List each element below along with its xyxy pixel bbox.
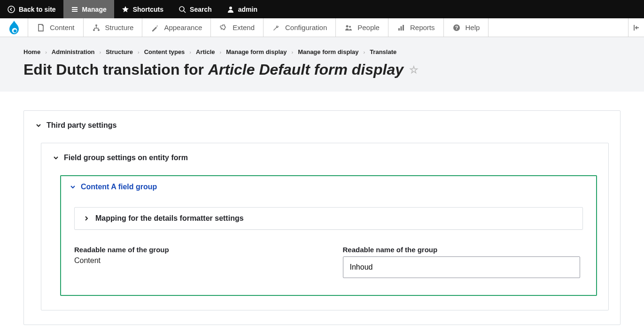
search-label: Search [190,6,212,13]
wrench-icon [272,23,280,32]
star-icon [122,6,129,13]
manage-label: Manage [82,6,107,13]
svg-point-0 [8,6,15,13]
breadcrumb-current: Translate [370,48,396,55]
svg-point-7 [98,29,100,31]
svg-point-1 [179,7,184,11]
menu-people-label: People [357,23,380,31]
manage-button[interactable]: Manage [63,0,114,18]
content-icon [37,23,45,32]
menu-reports-label: Reports [410,23,435,31]
source-column: Readable name of the group Content [74,246,315,278]
menu-appearance-label: Appearance [164,23,202,31]
people-icon [344,23,353,32]
structure-icon [92,23,101,32]
shortcuts-button[interactable]: Shortcuts [114,0,171,18]
menu-structure-label: Structure [105,23,134,31]
menu-structure[interactable]: Structure [84,18,143,37]
menu-content-label: Content [50,23,75,31]
menu-spacer [489,18,628,37]
search-icon [178,6,186,13]
mapping-label: Mapping for the details formatter settin… [95,214,244,223]
favorite-star-icon[interactable]: ☆ [409,64,419,76]
user-menu-button[interactable]: admin [219,0,265,18]
field-group-summary[interactable]: Field group settings on entity form [53,152,597,164]
menu-configuration-label: Configuration [285,23,327,31]
chevron-down-icon [53,155,59,161]
menu-help-label: Help [466,23,480,31]
svg-point-4 [13,29,16,32]
svg-point-6 [93,29,95,31]
menu-configuration[interactable]: Configuration [264,18,336,37]
svg-rect-11 [400,26,402,31]
content-a-label: Content A field group [81,183,157,191]
svg-text:?: ? [455,25,458,31]
appearance-icon [151,23,159,32]
third-party-summary[interactable]: Third party settings [35,119,609,132]
breadcrumb-link[interactable]: Administration [52,48,95,55]
help-icon: ? [452,23,461,32]
menu-appearance[interactable]: Appearance [142,18,211,37]
svg-point-5 [95,24,97,26]
extend-icon [219,23,228,32]
breadcrumb-link[interactable]: Manage form display [226,48,287,55]
source-value: Content [74,256,315,265]
chevron-right-icon [83,215,90,222]
sidebar-toggle-button[interactable] [628,18,644,37]
content-a-body: Mapping for the details formatter settin… [61,198,596,295]
menu-extend[interactable]: Extend [211,18,264,37]
menu-help[interactable]: ? Help [444,18,489,37]
svg-point-2 [229,7,232,9]
title-prefix: Edit Dutch translation for [23,61,208,78]
chevron-down-icon [35,122,42,129]
region-header: Home› Administration› Structure› Content… [0,37,644,92]
menu-reports[interactable]: Reports [388,18,444,37]
field-group-label: Field group settings on entity form [64,154,188,162]
breadcrumb-link[interactable]: Content types [144,48,185,55]
breadcrumb-link[interactable]: Home [23,48,40,55]
page-title: Edit Dutch translation for Article Defau… [23,61,621,78]
mapping-panel[interactable]: Mapping for the details formatter settin… [74,207,583,230]
user-icon [227,6,234,13]
chevron-down-icon [70,184,76,190]
svg-point-8 [346,25,349,27]
menu-people[interactable]: People [336,18,388,37]
back-to-site-button[interactable]: Back to site [0,0,63,18]
user-label: admin [238,6,257,13]
translation-column: Readable name of the group [343,246,583,278]
drupal-logo[interactable] [0,18,28,37]
svg-point-9 [349,26,351,28]
admin-menu: Content Structure Appearance Extend Conf… [0,18,644,37]
svg-rect-12 [403,25,404,31]
back-label: Back to site [19,6,56,13]
breadcrumb-link[interactable]: Article [196,48,215,55]
content-a-group-panel: Content A field group Mapping for the de… [60,175,597,296]
breadcrumb: Home› Administration› Structure› Content… [23,48,621,55]
menu-content[interactable]: Content [28,18,84,37]
third-party-label: Third party settings [47,121,116,130]
translation-input[interactable] [343,256,580,278]
content-area: Third party settings Field group setting… [0,92,644,333]
menu-icon [71,6,78,13]
breadcrumb-link[interactable]: Manage form display [298,48,358,55]
breadcrumb-link[interactable]: Structure [106,48,133,55]
shortcuts-label: Shortcuts [133,6,163,13]
third-party-settings-panel: Third party settings Field group setting… [23,110,621,325]
menu-extend-label: Extend [233,23,255,31]
reports-icon [397,23,405,32]
title-emphasis: Article Default form display [208,61,403,78]
search-button[interactable]: Search [171,0,219,18]
toolbar-top: Back to site Manage Shortcuts Search adm… [0,0,644,18]
svg-rect-10 [398,28,400,31]
back-icon [8,6,15,13]
content-a-summary[interactable]: Content A field group [61,176,596,198]
field-group-settings-panel: Field group settings on entity form Cont… [41,143,609,310]
translation-label: Readable name of the group [343,246,583,254]
translation-row: Readable name of the group Content Reada… [74,246,583,278]
source-label: Readable name of the group [74,246,315,254]
